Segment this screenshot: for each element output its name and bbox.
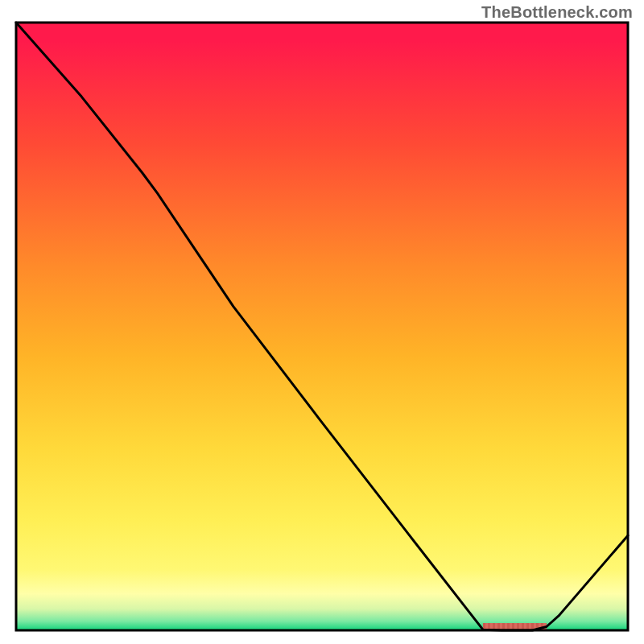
chart-stage: TheBottleneck.com	[0, 0, 644, 644]
plot-background	[16, 23, 628, 630]
bottleneck-chart	[0, 0, 644, 644]
